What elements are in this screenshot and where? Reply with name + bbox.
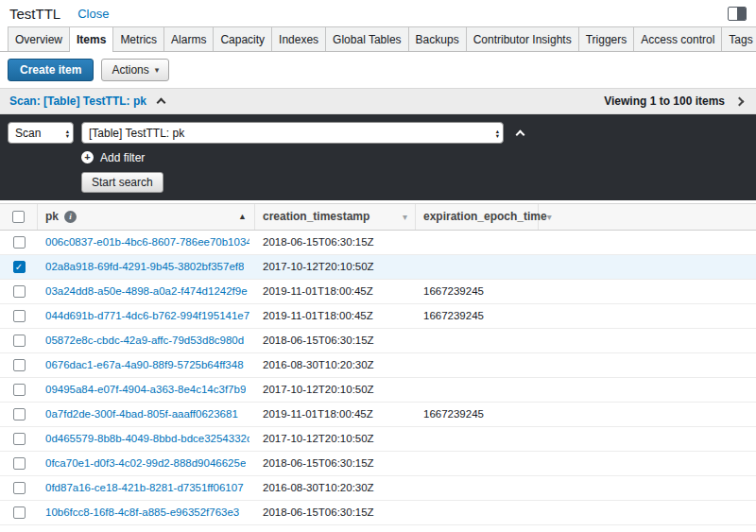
row-checkbox[interactable] <box>13 261 26 273</box>
table-row[interactable]: 0676dac1-e67a-4a90-88f9-5725b64ff348 201… <box>0 353 756 378</box>
row-checkbox[interactable] <box>13 482 26 494</box>
pk-link[interactable]: 03a24dd8-a50e-4898-a0a2-f474d1242f9e <box>45 285 248 297</box>
row-checkbox[interactable] <box>13 310 26 322</box>
row-checkbox[interactable] <box>13 359 26 371</box>
creation-timestamp-cell: 2016-08-30T10:20:30Z <box>255 476 416 500</box>
create-item-button[interactable]: Create item <box>8 59 94 81</box>
row-checkbox[interactable] <box>13 236 26 249</box>
tab-overview[interactable]: Overview <box>8 26 70 51</box>
search-row: Start search <box>81 172 748 193</box>
empty-column-header <box>539 204 756 230</box>
pk-link[interactable]: 044d691b-d771-4dc6-b762-994f195141e7 <box>45 310 249 321</box>
tab-triggers[interactable]: Triggers <box>579 26 635 51</box>
tab-tags[interactable]: Tags <box>722 26 756 51</box>
tab-access-control[interactable]: Access control <box>634 26 722 51</box>
expiration-epoch-cell <box>416 255 539 279</box>
row-checkbox[interactable] <box>13 335 26 347</box>
table-row[interactable]: 09495a84-e07f-4904-a363-8e4c14c3f7b9 201… <box>0 378 756 403</box>
panel-toggle-fill <box>737 8 746 20</box>
row-checkbox[interactable] <box>13 384 26 396</box>
empty-cell <box>539 501 756 524</box>
tab-metrics[interactable]: Metrics <box>113 26 164 51</box>
select-all-checkbox[interactable] <box>12 211 25 223</box>
pk-link[interactable]: 0d465579-8b8b-4049-8bbd-bdce3254332d <box>45 433 249 444</box>
tab-label: Contributor Insights <box>473 33 572 46</box>
row-checkbox[interactable] <box>13 433 26 445</box>
empty-cell <box>539 280 756 303</box>
tab-items[interactable]: Items <box>70 26 113 51</box>
empty-cell <box>539 476 756 500</box>
tab-global-tables[interactable]: Global Tables <box>326 26 409 51</box>
table-row[interactable]: 0d465579-8b8b-4049-8bbd-bdce3254332d 201… <box>0 427 756 452</box>
row-checkbox-cell <box>0 231 38 254</box>
select-all-cell <box>0 204 38 230</box>
tab-indexes[interactable]: Indexes <box>272 26 326 51</box>
scan-summary-label: Scan: [Table] TestTTL: pk <box>9 94 146 108</box>
tab-alarms[interactable]: Alarms <box>164 26 214 51</box>
panel-toggle-icon[interactable] <box>728 7 747 21</box>
start-search-button[interactable]: Start search <box>81 172 163 193</box>
table-row[interactable]: 0fd87a16-ce18-421b-8281-d7351ff06107 201… <box>0 476 756 501</box>
row-checkbox[interactable] <box>13 457 26 470</box>
actions-button[interactable]: Actions ▾ <box>101 59 169 81</box>
tab-bar: Overview Items Metrics Alarms Capacity I… <box>0 26 756 52</box>
target-select[interactable]: [Table] TestTTL: pk ▴▾ <box>81 122 504 144</box>
pk-link[interactable]: 0a7fd2de-300f-4bad-805f-aaaff0623681 <box>45 408 238 420</box>
pk-link[interactable]: 0fca70e1-d0f3-4c02-99d2-888d9046625e <box>45 457 246 469</box>
pk-link[interactable]: 09495a84-e07f-4904-a363-8e4c14c3f7b9 <box>45 384 246 395</box>
table-header: pk i ▲ creation_timestamp ▾ expiration_e… <box>0 204 756 231</box>
row-checkbox[interactable] <box>13 408 26 420</box>
empty-cell <box>539 452 756 475</box>
tab-capacity[interactable]: Capacity <box>214 26 272 51</box>
add-filter-button[interactable]: + Add filter <box>81 151 145 164</box>
expiration-epoch-cell <box>416 501 539 524</box>
row-checkbox-cell <box>0 427 38 451</box>
table-row[interactable]: 0fca70e1-d0f3-4c02-99d2-888d9046625e 201… <box>0 452 756 476</box>
plus-circle-icon: + <box>81 151 94 163</box>
operation-select-value: Scan <box>15 127 61 140</box>
expiration-epoch-column-label: expiration_epoch_time <box>423 210 547 223</box>
tab-label: Metrics <box>120 33 157 46</box>
title-bar: TestTTL Close <box>0 0 756 26</box>
row-checkbox[interactable] <box>13 285 26 298</box>
table-row[interactable]: 044d691b-d771-4dc6-b762-994f195141e7 201… <box>0 304 756 329</box>
row-checkbox-cell <box>0 255 38 279</box>
operation-select[interactable]: Scan ▴▾ <box>8 122 74 144</box>
empty-cell <box>539 427 756 451</box>
pk-link[interactable]: 10b6fcc8-16f8-4c8f-a885-e96352f763e3 <box>45 506 239 518</box>
row-checkbox[interactable] <box>13 506 26 519</box>
table-row[interactable]: 10b6fcc8-16f8-4c8f-a885-e96352f763e3 201… <box>0 501 756 525</box>
chevron-right-icon[interactable] <box>735 96 745 106</box>
expiration-epoch-column-header[interactable]: expiration_epoch_time ▾ <box>416 204 539 230</box>
tab-label: Access control <box>641 33 714 46</box>
tab-backups[interactable]: Backups <box>409 26 467 51</box>
table-row[interactable]: 0a7fd2de-300f-4bad-805f-aaaff0623681 201… <box>0 403 756 427</box>
select-arrows-icon: ▴▾ <box>496 129 499 138</box>
toolbar: Create item Actions ▾ <box>0 52 756 88</box>
scan-summary-bar[interactable]: Scan: [Table] TestTTL: pk Viewing 1 to 1… <box>0 88 756 114</box>
creation-timestamp-column-header[interactable]: creation_timestamp ▾ <box>255 204 416 230</box>
table-row[interactable]: 006c0837-e01b-4bc6-8607-786ee70b1034 201… <box>0 231 756 255</box>
expiration-epoch-cell: 1667239245 <box>416 304 539 328</box>
page-title: TestTTL <box>9 6 60 22</box>
creation-timestamp-cell: 2018-06-15T06:30:15Z <box>255 452 416 475</box>
info-icon[interactable]: i <box>64 211 77 223</box>
close-link[interactable]: Close <box>77 7 109 21</box>
pk-link[interactable]: 0fd87a16-ce18-421b-8281-d7351ff06107 <box>45 482 244 493</box>
table-row[interactable]: 03a24dd8-a50e-4898-a0a2-f474d1242f9e 201… <box>0 280 756 304</box>
creation-timestamp-cell: 2019-11-01T18:00:45Z <box>255 280 416 303</box>
pk-column-header[interactable]: pk i ▲ <box>38 204 255 230</box>
filter-row: Scan ▴▾ [Table] TestTTL: pk ▴▾ <box>8 122 748 144</box>
pk-link[interactable]: 006c0837-e01b-4bc6-8607-786ee70b1034 <box>45 236 249 248</box>
creation-timestamp-cell: 2017-10-12T20:10:50Z <box>255 255 416 279</box>
collapse-panel-chevron-up-icon[interactable] <box>516 129 525 139</box>
row-checkbox-cell <box>0 452 38 475</box>
chevron-up-icon <box>156 98 165 108</box>
table-row[interactable]: 02a8a918-69fd-4291-9b45-3802bf357ef8 201… <box>0 255 756 280</box>
tab-contributor-insights[interactable]: Contributor Insights <box>467 26 579 51</box>
table-row[interactable]: 05872e8c-cbdc-42a9-affc-79d53d8c980d 201… <box>0 329 756 353</box>
pk-link[interactable]: 05872e8c-cbdc-42a9-affc-79d53d8c980d <box>45 335 244 346</box>
pk-link[interactable]: 0676dac1-e67a-4a90-88f9-5725b64ff348 <box>45 359 244 370</box>
pk-link[interactable]: 02a8a918-69fd-4291-9b45-3802bf357ef8 <box>45 261 244 272</box>
viewing-count-label: Viewing 1 to 100 items <box>604 94 725 108</box>
